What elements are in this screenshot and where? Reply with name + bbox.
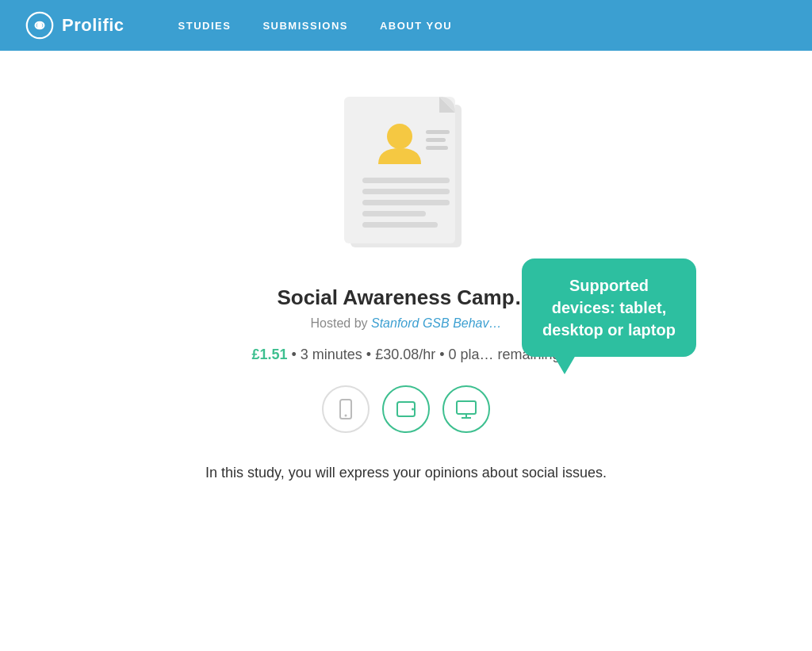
svg-rect-11 (362, 211, 426, 216)
svg-rect-3 (344, 97, 455, 243)
svg-point-16 (412, 408, 414, 411)
device-tablet-icon[interactable] (382, 385, 430, 433)
study-rate: £30.08/hr (375, 347, 435, 362)
prolific-logo-icon (25, 11, 54, 40)
device-desktop-icon[interactable] (442, 385, 490, 433)
svg-rect-8 (362, 178, 450, 183)
tooltip-bubble: Supported devices: tablet, desktop or la… (522, 258, 696, 357)
study-host: Hosted by Stanford GSB Behav… (310, 316, 501, 331)
svg-rect-7 (426, 146, 448, 150)
nav-link-studies[interactable]: STUDIES (178, 20, 232, 32)
document-illustration (327, 89, 485, 263)
nav-link-submissions[interactable]: SUBMISSIONS (262, 20, 348, 32)
svg-rect-6 (426, 138, 446, 142)
host-link[interactable]: Stanford GSB Behav… (371, 316, 502, 330)
svg-point-14 (345, 415, 347, 417)
svg-rect-5 (426, 130, 450, 134)
study-title: Social Awareness Camp… (277, 285, 534, 310)
nav-logo[interactable]: Prolific (25, 11, 124, 40)
svg-rect-12 (362, 222, 438, 228)
study-separator-1: • (291, 347, 300, 362)
nav-link-about-you[interactable]: ABOUT YOU (380, 20, 452, 32)
study-description: In this study, you will express your opi… (205, 461, 607, 484)
study-separator-3: • (439, 347, 448, 362)
svg-point-1 (36, 22, 42, 28)
study-meta: £1.51 • 3 minutes • £30.08/hr • 0 pla… r… (251, 347, 560, 363)
main-content: Social Awareness Camp… Hosted by Stanfor… (0, 51, 812, 516)
study-duration: 3 minutes (301, 347, 362, 362)
nav-links: STUDIES SUBMISSIONS ABOUT YOU (178, 20, 453, 32)
svg-rect-9 (362, 189, 450, 194)
navbar: Prolific STUDIES SUBMISSIONS ABOUT YOU (0, 0, 812, 51)
tooltip-text: Supported devices: tablet, desktop or la… (542, 277, 676, 339)
host-prefix: Hosted by (310, 316, 370, 330)
device-icons-container: Supported devices: tablet, desktop or la… (322, 385, 490, 433)
study-reward: £1.51 (251, 347, 287, 362)
svg-rect-17 (457, 401, 476, 414)
logo-text: Prolific (62, 15, 124, 36)
device-mobile-icon[interactable] (322, 385, 370, 433)
study-separator-2: • (366, 347, 375, 362)
svg-rect-10 (362, 200, 450, 205)
svg-point-4 (387, 124, 412, 149)
